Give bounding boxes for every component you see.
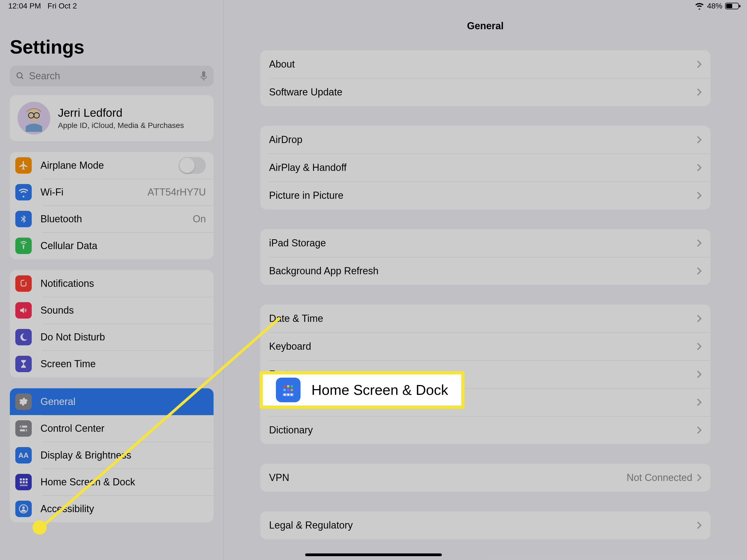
home-indicator[interactable] (305, 554, 442, 556)
screen-dim-overlay (0, 0, 747, 560)
